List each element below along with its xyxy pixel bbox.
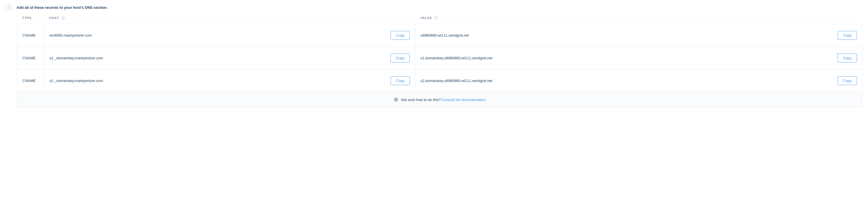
help-footer: Not sure how to do this? Consult the doc…	[17, 92, 862, 107]
dns-records-table: TYPE HOST VALUE	[17, 16, 862, 92]
copy-value-button[interactable]: Copy	[838, 31, 857, 40]
step-title: Add all of these records to your host's …	[17, 5, 107, 10]
table-row: CNAME s1._domainkey.markyentzer.com Copy…	[17, 47, 862, 70]
svg-rect-2	[63, 18, 63, 19]
record-value-cell: s1.domainkey.u8960860.wl111.sendgrid.net…	[415, 47, 862, 70]
record-value: u8960860.wl111.sendgrid.net	[421, 33, 469, 37]
record-host-cell: s2._domainkey.markyentzer.com Copy	[44, 70, 415, 92]
step-number: 1	[8, 5, 10, 9]
info-icon[interactable]	[434, 16, 438, 20]
svg-point-4	[436, 17, 437, 18]
step-header: 1 Add all of these records to your host'…	[6, 4, 862, 11]
column-header-type: TYPE	[17, 16, 44, 24]
lifesaver-icon	[394, 97, 398, 102]
column-header-host: HOST	[44, 16, 415, 24]
svg-line-9	[397, 100, 397, 101]
help-docs-link[interactable]: Consult the documentation	[442, 98, 486, 102]
copy-value-button[interactable]: Copy	[838, 54, 857, 62]
record-value-cell: u8960860.wl111.sendgrid.net Copy	[415, 24, 862, 47]
svg-point-1	[63, 17, 64, 18]
record-value-cell: s2.domainkey.u8960860.wl111.sendgrid.net…	[415, 70, 862, 92]
svg-line-8	[395, 99, 395, 99]
record-host: em8065.markyentzer.com	[50, 33, 92, 37]
info-icon[interactable]	[61, 16, 65, 20]
svg-rect-5	[436, 18, 437, 19]
record-type: CNAME	[23, 79, 36, 83]
record-type: CNAME	[23, 33, 36, 37]
record-value: s2.domainkey.u8960860.wl111.sendgrid.net	[421, 79, 492, 83]
record-host-cell: s1._domainkey.markyentzer.com Copy	[44, 47, 415, 70]
step-number-badge: 1	[6, 4, 12, 11]
table-row: CNAME s2._domainkey.markyentzer.com Copy…	[17, 70, 862, 92]
record-host: s1._domainkey.markyentzer.com	[50, 56, 103, 60]
column-header-type-label: TYPE	[23, 16, 32, 20]
column-header-host-label: HOST	[50, 16, 59, 20]
record-type-cell: CNAME	[17, 24, 44, 47]
svg-line-11	[397, 99, 397, 99]
copy-value-button[interactable]: Copy	[838, 76, 857, 85]
record-type: CNAME	[23, 56, 36, 60]
help-prompt: Not sure how to do this?	[401, 98, 441, 102]
record-type-cell: CNAME	[17, 47, 44, 70]
record-value: s1.domainkey.u8960860.wl111.sendgrid.net	[421, 56, 492, 60]
column-header-value-label: VALUE	[421, 16, 432, 20]
record-type-cell: CNAME	[17, 70, 44, 92]
copy-host-button[interactable]: Copy	[391, 31, 410, 40]
copy-host-button[interactable]: Copy	[391, 76, 410, 85]
svg-line-10	[395, 100, 395, 101]
table-row: CNAME em8065.markyentzer.com Copy u89608…	[17, 24, 862, 47]
record-host: s2._domainkey.markyentzer.com	[50, 79, 103, 83]
record-host-cell: em8065.markyentzer.com Copy	[44, 24, 415, 47]
column-header-value: VALUE	[415, 16, 862, 24]
copy-host-button[interactable]: Copy	[391, 54, 410, 62]
